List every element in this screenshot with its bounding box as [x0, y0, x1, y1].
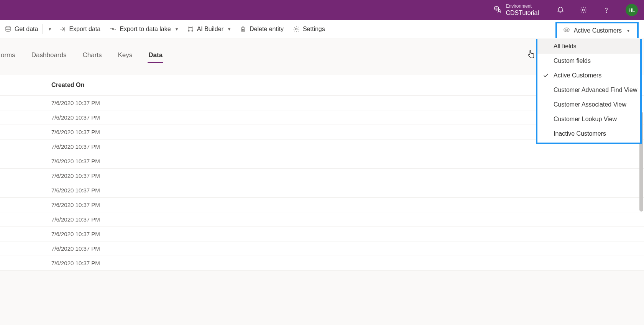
eye-icon — [563, 26, 570, 35]
view-option[interactable]: Customer Associated View — [537, 97, 640, 112]
tab-forms[interactable]: orms — [0, 49, 16, 64]
svg-point-6 — [188, 27, 189, 28]
svg-point-8 — [188, 30, 189, 31]
chevron-down-icon: ▾ — [49, 26, 51, 32]
table-row[interactable]: 7/6/2020 10:37 PM — [0, 256, 644, 271]
tab-charts[interactable]: Charts — [82, 49, 102, 64]
view-option-label: Customer Associated View — [554, 101, 626, 108]
view-option[interactable]: Customer Advanced Find View — [537, 83, 640, 97]
view-option-label: Inactive Customers — [554, 130, 606, 137]
table-row[interactable]: 7/6/2020 10:37 PM — [0, 198, 644, 212]
view-option-label: Active Customers — [554, 72, 601, 79]
ai-builder-button[interactable]: AI Builder ▾ — [182, 20, 235, 38]
svg-point-9 — [192, 30, 193, 31]
table-row[interactable]: 7/6/2020 10:37 PM — [0, 183, 644, 198]
table-row[interactable]: 7/6/2020 10:37 PM — [0, 241, 644, 256]
export-data-label: Export data — [69, 26, 100, 33]
tab-data[interactable]: Data — [148, 49, 163, 64]
divider — [43, 24, 43, 34]
ai-builder-label: AI Builder — [197, 26, 223, 33]
view-option-label: Customer Lookup View — [554, 116, 617, 123]
header-actions: HL — [554, 4, 638, 16]
table-row[interactable]: 7/6/2020 10:37 PM — [0, 154, 644, 169]
chevron-down-icon: ▾ — [627, 28, 629, 33]
environment-indicator[interactable]: Environment CDSTutorial — [493, 3, 539, 16]
delete-entity-label: Delete entity — [250, 26, 284, 33]
view-option-label: Custom fields — [554, 57, 591, 64]
view-option[interactable]: Custom fields — [537, 54, 640, 68]
svg-point-4 — [6, 26, 10, 28]
svg-point-2 — [583, 9, 585, 11]
help-button[interactable] — [600, 4, 613, 16]
app-header: Environment CDSTutorial HL — [0, 0, 644, 20]
view-switcher-label: Active Customers — [574, 27, 622, 34]
data-lake-icon — [110, 26, 117, 33]
command-settings-button[interactable]: Settings — [288, 20, 330, 38]
table-row[interactable]: 7/6/2020 10:37 PM — [0, 212, 644, 227]
svg-point-1 — [499, 9, 501, 11]
delete-entity-button[interactable]: Delete entity — [235, 20, 288, 38]
settings-button[interactable] — [577, 4, 590, 16]
gear-icon — [293, 26, 300, 33]
svg-point-11 — [565, 29, 567, 31]
view-option-label: Customer Advanced Find View — [554, 87, 637, 94]
ai-builder-icon — [187, 26, 194, 33]
view-option[interactable]: All fields — [537, 39, 640, 54]
view-switcher-dropdown: All fieldsCustom fieldsActive CustomersC… — [536, 39, 642, 144]
svg-point-3 — [606, 12, 606, 12]
tab-dashboards[interactable]: Dashboards — [31, 49, 67, 64]
check-icon — [543, 72, 549, 79]
view-option[interactable]: Customer Lookup View — [537, 112, 640, 126]
chevron-down-icon: ▾ — [228, 26, 230, 32]
environment-label: Environment — [506, 3, 539, 9]
view-option[interactable]: Inactive Customers — [537, 126, 640, 141]
command-settings-label: Settings — [303, 26, 325, 33]
export-data-lake-button[interactable]: Export to data lake ▾ — [105, 20, 182, 38]
tab-keys[interactable]: Keys — [117, 49, 133, 64]
user-avatar[interactable]: HL — [626, 4, 638, 16]
get-data-dropdown[interactable]: ▾ — [44, 20, 54, 38]
view-option-label: All fields — [554, 43, 577, 50]
database-icon — [5, 26, 12, 33]
view-switcher-button[interactable]: Active Customers ▾ — [555, 22, 639, 38]
export-data-button[interactable]: Export data — [54, 20, 105, 38]
table-row[interactable]: 7/6/2020 10:37 PM — [0, 169, 644, 183]
table-row[interactable]: 7/6/2020 10:37 PM — [0, 227, 644, 241]
command-bar: Get data ▾ Export data Export to data la… — [0, 20, 644, 38]
get-data-button[interactable]: Get data — [0, 20, 43, 38]
svg-point-7 — [192, 27, 193, 28]
chevron-down-icon: ▾ — [176, 26, 178, 32]
export-data-lake-label: Export to data lake — [120, 26, 171, 33]
trash-icon — [240, 26, 246, 33]
get-data-label: Get data — [15, 26, 38, 33]
environment-name: CDSTutorial — [506, 9, 539, 16]
svg-point-10 — [296, 28, 297, 30]
notifications-button[interactable] — [554, 4, 567, 16]
export-icon — [59, 26, 66, 33]
globe-people-icon — [493, 5, 502, 15]
view-option[interactable]: Active Customers — [537, 68, 640, 83]
